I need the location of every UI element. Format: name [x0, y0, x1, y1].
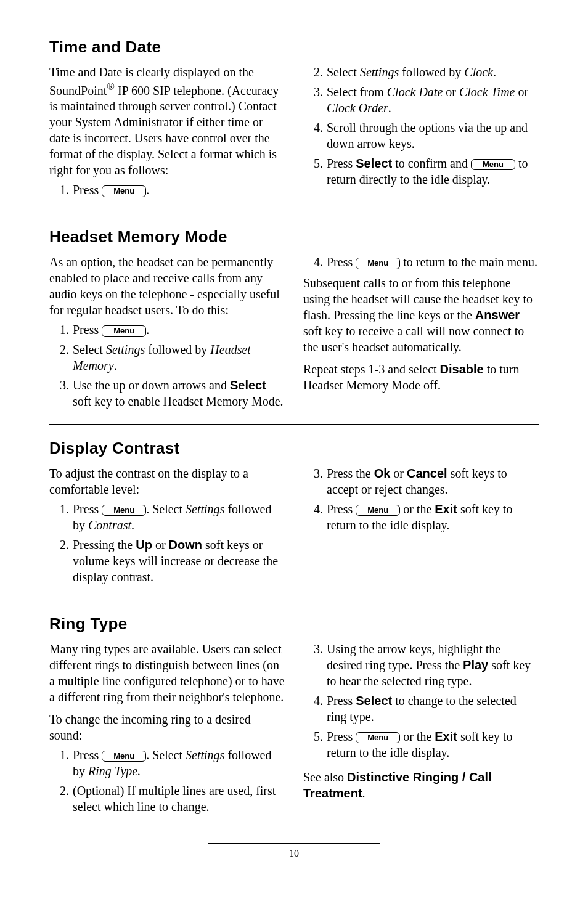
- text: Press: [327, 694, 356, 707]
- cancel-softkey: Cancel: [407, 467, 447, 480]
- select-softkey: Select: [230, 378, 266, 392]
- text: to confirm and: [392, 157, 471, 170]
- menu-button-icon: Menu: [356, 258, 400, 269]
- select-softkey: Select: [356, 157, 392, 170]
- clock-italic: Clock: [464, 65, 493, 79]
- text: Use the up or down arrows and: [73, 378, 230, 392]
- ok-softkey: Ok: [374, 467, 391, 480]
- section-time-and-date: Time and Date Time and Date is clearly d…: [49, 37, 539, 213]
- step-number: 1.: [51, 322, 69, 338]
- settings-italic: Settings: [360, 65, 399, 79]
- text: Press: [73, 502, 102, 516]
- intro-ring: Many ring types are available. Users can…: [49, 641, 285, 705]
- text: (Optional) If multiple lines are used, f…: [73, 784, 276, 813]
- menu-button-icon: Menu: [356, 505, 400, 516]
- text: Select: [73, 343, 106, 356]
- steps-right: 3. Using the arrow keys, highlight the d…: [303, 641, 539, 760]
- text: Pressing the: [73, 538, 136, 552]
- headset-paragraph: Subsequent calls to or from this telepho…: [303, 275, 539, 355]
- text: followed by: [399, 65, 464, 79]
- step-number: 2.: [51, 537, 69, 553]
- col-left: To adjust the contrast on the display to…: [49, 465, 285, 589]
- step: 1. Press Menu.: [65, 182, 285, 198]
- text: .: [114, 359, 117, 372]
- step: 4. Press Menu or the Exit soft key to re…: [319, 501, 539, 533]
- up-softkey: Up: [136, 538, 152, 552]
- text: followed by: [145, 343, 210, 356]
- text: .: [388, 101, 391, 115]
- steps-right: 2. Select Settings followed by Clock. 3.…: [303, 64, 539, 187]
- step: 5. Press Menu or the Exit soft key to re…: [319, 728, 539, 760]
- step: 1. Press Menu. Select Settings followed …: [65, 501, 285, 533]
- text: Press: [327, 730, 356, 743]
- step: 3. Use the up or down arrows and Select …: [65, 377, 285, 409]
- down-softkey: Down: [169, 538, 202, 552]
- menu-button-icon: Menu: [102, 505, 146, 516]
- select-softkey: Select: [356, 694, 392, 707]
- settings-italic: Settings: [106, 343, 145, 356]
- intro-headset: As an option, the headset can be permane…: [49, 254, 285, 318]
- text: soft key to enable Headset Memory Mode.: [73, 394, 284, 408]
- step-number: 4.: [304, 693, 323, 709]
- step-number: 2.: [51, 341, 69, 357]
- menu-button-icon: Menu: [102, 325, 146, 336]
- heading-time-and-date: Time and Date: [49, 37, 539, 58]
- section-display-contrast: Display Contrast To adjust the contrast …: [49, 438, 539, 600]
- step: 3. Select from Clock Date or Clock Time …: [319, 84, 539, 116]
- text: Select from: [327, 85, 387, 99]
- steps-left: 1. Press Menu. Select Settings followed …: [49, 747, 285, 815]
- text: or: [443, 85, 459, 99]
- columns: Time and Date is clearly displayed on th…: [49, 64, 539, 202]
- step-number: 2.: [51, 783, 69, 799]
- steps-left: 1. Press Menu. Select Settings followed …: [49, 501, 285, 585]
- text: .: [362, 786, 365, 800]
- step-number: 3.: [304, 84, 323, 100]
- text: Press: [327, 255, 356, 269]
- col-right: 3. Using the arrow keys, highlight the d…: [303, 641, 539, 818]
- step: 4. Scroll through the options via the up…: [319, 120, 539, 152]
- settings-italic: Settings: [186, 502, 224, 516]
- step: 5. Press Select to confirm and Menu to r…: [319, 155, 539, 187]
- col-left: Many ring types are available. Users can…: [49, 641, 285, 818]
- columns: As an option, the headset can be permane…: [49, 254, 539, 413]
- clockorder-italic: Clock Order: [327, 101, 388, 115]
- text: .: [146, 323, 149, 336]
- steps-left: 1. Press Menu. 2. Select Settings follow…: [49, 322, 285, 409]
- text: Repeat steps 1-3 and select: [303, 362, 440, 376]
- step-number: 2.: [304, 64, 323, 80]
- section-ring-type: Ring Type Many ring types are available.…: [49, 614, 539, 830]
- text: .: [131, 518, 134, 532]
- step: 2. (Optional) If multiple lines are used…: [65, 783, 285, 815]
- steps-left: 1. Press Menu.: [49, 182, 285, 198]
- text: or the: [400, 730, 435, 743]
- step-number: 4.: [304, 501, 323, 517]
- registered-mark: ®: [107, 81, 115, 92]
- col-right: 3. Press the Ok or Cancel soft keys to a…: [303, 465, 539, 589]
- step-number: 3.: [51, 377, 69, 393]
- text: IP 600 SIP telephone. (Accuracy is maint…: [49, 83, 279, 177]
- page-number: 10: [49, 847, 539, 860]
- step: 1. Press Menu. Select Settings followed …: [65, 747, 285, 779]
- step: 2. Pressing the Up or Down soft keys or …: [65, 537, 285, 585]
- settings-italic: Settings: [186, 748, 224, 762]
- step-number: 1.: [51, 182, 69, 198]
- see-also: See also Distinctive Ringing / Call Trea…: [303, 769, 539, 801]
- text: Press the: [327, 467, 374, 480]
- heading-ring-type: Ring Type: [49, 614, 539, 635]
- answer-softkey: Answer: [475, 308, 520, 322]
- step: 3. Using the arrow keys, highlight the d…: [319, 641, 539, 689]
- text: Select: [327, 65, 360, 79]
- text: Scroll through the options via the up an…: [327, 121, 528, 150]
- step-number: 1.: [51, 747, 69, 763]
- text: Press: [327, 157, 356, 170]
- text: Press: [73, 748, 102, 762]
- col-left: Time and Date is clearly displayed on th…: [49, 64, 285, 202]
- text: Press: [327, 502, 356, 516]
- columns: To adjust the contrast on the display to…: [49, 465, 539, 589]
- step: 3. Press the Ok or Cancel soft keys to a…: [319, 465, 539, 497]
- contrast-italic: Contrast: [88, 518, 131, 532]
- text: to return to the main menu.: [400, 255, 537, 269]
- text: or: [390, 467, 407, 480]
- col-right: 2. Select Settings followed by Clock. 3.…: [303, 64, 539, 202]
- menu-button-icon: Menu: [356, 732, 400, 743]
